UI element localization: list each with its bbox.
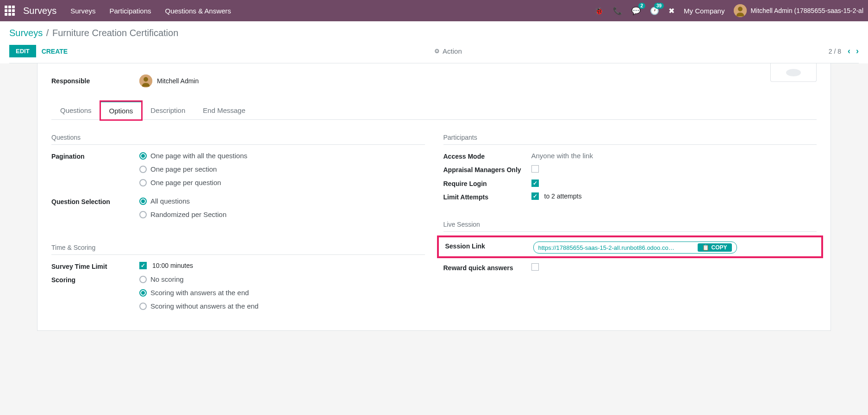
- radio-icon: [139, 276, 147, 283]
- tab-list: Questions Options Description End Messag…: [51, 101, 817, 120]
- breadcrumb-root[interactable]: Surveys: [9, 28, 43, 38]
- radio-label: One page per section: [150, 165, 217, 173]
- tab-questions[interactable]: Questions: [51, 101, 100, 119]
- stat-button[interactable]: [770, 63, 817, 82]
- edit-button[interactable]: EDIT: [9, 45, 36, 57]
- pagination-radio-section[interactable]: One page per section: [139, 165, 425, 173]
- question-selection-radio-random[interactable]: Randomized per Section: [139, 211, 425, 218]
- action-label: Action: [443, 47, 462, 55]
- limit-attempts-label: Limit Attempts: [443, 191, 531, 201]
- copy-icon: 📋: [702, 244, 709, 251]
- scoring-label: Scoring: [51, 274, 139, 284]
- radio-label: One page with all the questions: [150, 152, 247, 160]
- scoring-radio-answers-end[interactable]: Scoring with answers at the end: [139, 289, 425, 297]
- breadcrumb-current: Furniture Creation Certification: [52, 28, 178, 38]
- bug-icon[interactable]: 🐞: [594, 6, 604, 15]
- create-button[interactable]: CREATE: [42, 48, 68, 55]
- reward-label: Reward quick answers: [443, 262, 531, 272]
- radio-icon: [139, 303, 147, 310]
- svg-point-1: [738, 7, 743, 12]
- copy-button[interactable]: 📋 COPY: [698, 243, 731, 252]
- appraisal-checkbox[interactable]: [531, 165, 539, 173]
- section-questions-title: Questions: [51, 134, 425, 142]
- control-panel-area: Surveys / Furniture Creation Certificati…: [0, 21, 868, 63]
- breadcrumb-separator: /: [46, 28, 49, 38]
- radio-icon: [139, 198, 147, 205]
- reward-checkbox[interactable]: [531, 263, 539, 271]
- section-participants-title: Participants: [443, 134, 817, 142]
- session-link-box: https://17885655-saas-15-2-all.runbot86.…: [533, 242, 737, 254]
- radio-icon: [139, 289, 147, 297]
- tab-description[interactable]: Description: [142, 101, 194, 119]
- pagination-radio-all[interactable]: One page with all the questions: [139, 152, 425, 160]
- session-link-url[interactable]: https://17885655-saas-15-2-all.runbot86.…: [538, 244, 694, 251]
- menu-surveys[interactable]: Surveys: [70, 7, 95, 15]
- question-selection-radio-all[interactable]: All questions: [139, 197, 425, 205]
- radio-label: Scoring with answers at the end: [150, 289, 249, 297]
- tab-end-message[interactable]: End Message: [194, 101, 254, 119]
- avatar: [734, 4, 747, 17]
- breadcrumb: Surveys / Furniture Creation Certificati…: [9, 28, 859, 38]
- session-link-label: Session Link: [445, 240, 533, 250]
- limit-attempts-checkbox[interactable]: [531, 192, 539, 200]
- activities-icon[interactable]: 🕐39: [650, 6, 659, 15]
- menu-participations[interactable]: Participations: [109, 7, 151, 15]
- question-selection-label: Question Selection: [51, 196, 139, 205]
- messages-icon[interactable]: 💬2: [631, 6, 641, 15]
- user-name: Mitchell Admin (17885655-saas-15-2-al: [750, 7, 863, 14]
- radio-icon: [139, 152, 147, 160]
- pager-next-icon[interactable]: ›: [856, 46, 859, 56]
- user-menu[interactable]: Mitchell Admin (17885655-saas-15-2-al: [734, 4, 863, 17]
- avatar: [139, 74, 152, 87]
- scoring-radio-no-answers-end[interactable]: Scoring without answers at the end: [139, 302, 425, 310]
- top-navbar: Surveys Surveys Participations Questions…: [0, 0, 868, 21]
- radio-icon: [139, 211, 147, 218]
- responsible-value: Mitchell Admin: [157, 77, 199, 85]
- radio-label: No scoring: [150, 275, 184, 283]
- copy-label: COPY: [711, 244, 727, 251]
- apps-grid-icon[interactable]: [5, 6, 15, 16]
- radio-label: All questions: [150, 197, 190, 205]
- activities-badge: 39: [654, 3, 664, 9]
- radio-label: Randomized per Section: [150, 211, 226, 218]
- radio-label: One page per question: [150, 179, 221, 186]
- time-limit-value: 10:00 minutes: [152, 262, 193, 269]
- scoring-radio-none[interactable]: No scoring: [139, 275, 425, 283]
- pagination-radio-question[interactable]: One page per question: [139, 179, 425, 186]
- messages-badge: 2: [638, 3, 646, 9]
- company-selector[interactable]: My Company: [684, 7, 724, 15]
- svg-point-3: [144, 77, 148, 82]
- phone-icon[interactable]: 📞: [613, 6, 622, 15]
- require-login-label: Require Login: [443, 178, 531, 187]
- radio-icon: [139, 179, 147, 186]
- access-mode-value: Anyone with the link: [531, 152, 593, 160]
- pagination-label: Pagination: [51, 150, 139, 160]
- access-mode-label: Access Mode: [443, 150, 531, 160]
- menu-questions-answers[interactable]: Questions & Answers: [165, 7, 231, 15]
- responsible-label: Responsible: [51, 77, 139, 85]
- require-login-checkbox[interactable]: [531, 180, 539, 187]
- limit-attempts-value: to 2 attempts: [544, 192, 582, 200]
- app-title: Surveys: [23, 6, 56, 16]
- tab-options[interactable]: Options: [100, 101, 142, 120]
- section-time-scoring-title: Time & Scoring: [51, 244, 425, 253]
- form-sheet: Responsible Mitchell Admin Questions Opt…: [37, 63, 831, 331]
- action-dropdown[interactable]: ⚙ Action: [434, 47, 462, 55]
- tools-icon[interactable]: ✖: [668, 6, 674, 15]
- pager-prev-icon[interactable]: ‹: [848, 46, 850, 56]
- radio-label: Scoring without answers at the end: [150, 302, 258, 310]
- appraisal-label: Appraisal Managers Only: [443, 164, 531, 173]
- section-live-session-title: Live Session: [443, 221, 817, 229]
- pager-value[interactable]: 2 / 8: [829, 48, 841, 55]
- radio-icon: [139, 166, 147, 173]
- time-limit-checkbox[interactable]: [139, 262, 147, 269]
- gear-icon: ⚙: [434, 48, 440, 55]
- time-limit-label: Survey Time Limit: [51, 260, 139, 270]
